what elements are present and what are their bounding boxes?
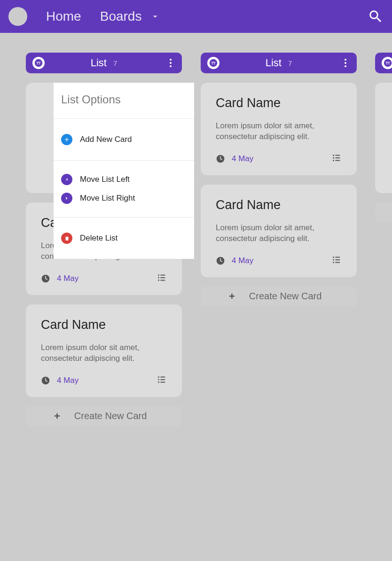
popover-move-right[interactable]: Move List Right [61, 189, 187, 208]
list-count: 7 [288, 59, 292, 67]
svg-rect-19 [212, 62, 216, 63]
svg-point-23 [333, 155, 334, 156]
search-icon[interactable] [368, 8, 384, 24]
svg-point-12 [158, 376, 159, 378]
clock-icon [41, 274, 50, 283]
list-avatar-icon [207, 57, 220, 69]
svg-rect-8 [160, 277, 165, 278]
card-description: Lorem ipsum dolor sit amet, consectetur … [216, 223, 342, 244]
create-card-button[interactable]: + Create New Card [26, 406, 182, 426]
list-column: List 7 Card Name Lorem ipsum dolor sit a… [201, 53, 357, 306]
list-header [375, 53, 392, 73]
list-title: List [91, 57, 107, 69]
chevron-right-icon [61, 193, 72, 204]
clock-icon [216, 256, 225, 265]
chevron-down-icon [150, 11, 160, 22]
svg-rect-33 [335, 259, 340, 260]
svg-rect-35 [335, 262, 340, 263]
list-more-icon[interactable] [166, 59, 175, 67]
svg-rect-37 [386, 62, 390, 63]
svg-rect-1 [37, 62, 41, 63]
popover-add-card[interactable]: Add New Card [61, 129, 187, 150]
svg-point-30 [333, 257, 334, 258]
card-date: 4 May [232, 154, 253, 164]
popover-delete-list[interactable]: Delete List [61, 228, 187, 249]
svg-point-7 [158, 277, 159, 278]
list-options-popover: List Options Add New Card Move List Left… [54, 83, 194, 259]
svg-rect-24 [335, 155, 340, 156]
svg-point-5 [158, 274, 159, 276]
plus-icon: + [54, 410, 60, 422]
card-placeholder [375, 83, 392, 193]
svg-point-32 [333, 259, 334, 260]
checklist-icon[interactable] [331, 153, 342, 165]
card[interactable]: Card Name Lorem ipsum dolor sit amet, co… [26, 304, 182, 397]
svg-point-36 [384, 59, 392, 67]
checklist-icon[interactable] [331, 255, 342, 267]
card-footer: 4 May [41, 374, 167, 387]
plus-icon: + [229, 290, 235, 303]
card-footer: 4 May [216, 153, 342, 165]
list-header: List 7 [26, 53, 182, 73]
popover-move-left-label: Move List Left [80, 175, 130, 184]
list-header: List 7 [201, 53, 357, 73]
popover-add-label: Add New Card [80, 135, 132, 144]
add-circle-icon [61, 134, 72, 145]
checklist-icon[interactable] [157, 273, 167, 285]
card-footer: 4 May [216, 255, 342, 267]
card-date: 4 May [232, 256, 253, 265]
svg-point-38 [386, 63, 387, 64]
list-avatar-icon [382, 57, 392, 69]
create-card-label: Create New Card [249, 291, 322, 302]
svg-point-3 [39, 63, 40, 64]
svg-point-9 [158, 280, 159, 281]
create-card-button[interactable]: + Create New Card [201, 287, 357, 306]
svg-point-25 [333, 157, 334, 158]
card-date: 4 May [57, 376, 78, 385]
nav-boards[interactable]: Boards [100, 9, 161, 24]
card[interactable]: Card Name Lorem ipsum dolor sit amet, co… [201, 83, 357, 175]
card-title: Card Name [216, 198, 342, 212]
create-card-placeholder [375, 203, 392, 222]
trash-icon [61, 233, 72, 244]
top-navbar: Home Boards [0, 0, 392, 33]
popover-title: List Options [54, 83, 194, 119]
svg-rect-28 [335, 160, 340, 161]
svg-point-18 [210, 59, 218, 67]
card-title: Card Name [41, 318, 167, 332]
list-more-icon[interactable] [341, 59, 350, 67]
card-description: Lorem ipsum dolor sit amet, consectetur … [41, 343, 167, 364]
svg-point-39 [388, 63, 389, 64]
create-card-label: Create New Card [74, 411, 147, 421]
svg-point-16 [158, 382, 159, 383]
svg-rect-15 [160, 379, 165, 380]
card-date: 4 May [57, 274, 78, 283]
svg-point-0 [35, 59, 43, 67]
list-count: 7 [113, 59, 117, 67]
chevron-left-icon [61, 174, 72, 185]
popover-delete-label: Delete List [80, 234, 118, 243]
card[interactable]: Card Name Lorem ipsum dolor sit amet, co… [201, 185, 357, 277]
nav-boards-label: Boards [100, 9, 142, 24]
svg-point-20 [212, 63, 213, 64]
svg-point-34 [333, 262, 334, 263]
list-avatar-icon [32, 57, 45, 69]
svg-point-14 [158, 379, 159, 380]
checklist-icon[interactable] [157, 374, 167, 387]
svg-rect-10 [160, 280, 165, 280]
card-description: Lorem ipsum dolor sit amet, consectetur … [216, 121, 342, 142]
list-column-partial [375, 53, 392, 222]
clock-icon [41, 376, 50, 385]
avatar[interactable] [8, 7, 27, 26]
svg-point-27 [333, 160, 334, 161]
popover-move-left[interactable]: Move List Left [61, 170, 187, 189]
svg-rect-6 [160, 274, 165, 275]
card-footer: 4 May [41, 273, 167, 285]
clock-icon [216, 154, 225, 164]
svg-rect-31 [335, 257, 340, 257]
nav-home[interactable]: Home [46, 9, 81, 24]
card-title: Card Name [216, 96, 342, 110]
svg-rect-17 [160, 382, 165, 382]
list-title: List [266, 57, 282, 69]
svg-point-2 [37, 63, 38, 64]
